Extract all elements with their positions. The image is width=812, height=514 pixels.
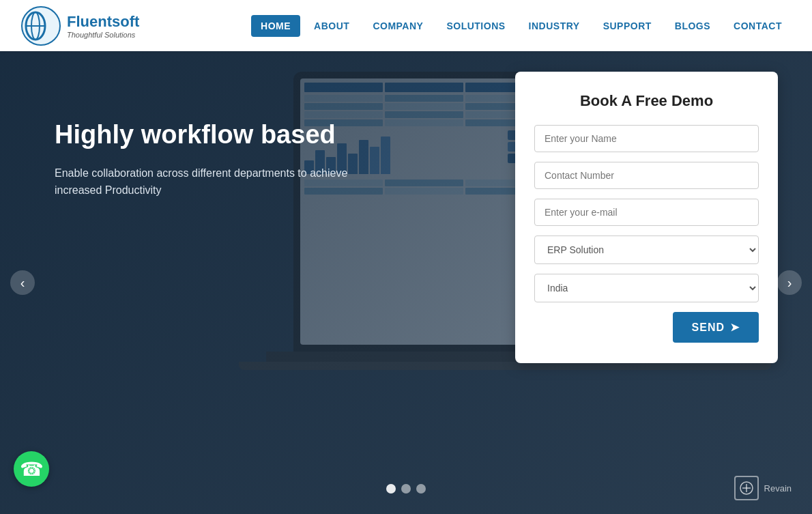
- carousel-next-button[interactable]: ›: [777, 270, 802, 295]
- revain-label: Revain: [764, 483, 792, 494]
- solution-select[interactable]: ERP Solution CRM Solution HRM Solution S…: [534, 235, 759, 264]
- logo[interactable]: Fluentsoft Thoughtful Solutions: [20, 5, 139, 46]
- nav-item-industry[interactable]: INDUSTRY: [519, 15, 590, 37]
- nav-item-contact[interactable]: CONTACT: [724, 15, 792, 37]
- header: Fluentsoft Thoughtful Solutions HOMEABOU…: [0, 0, 812, 51]
- carousel-dot-2[interactable]: [401, 484, 411, 494]
- revain-icon: [734, 476, 759, 500]
- logo-icon: [20, 5, 61, 46]
- brand-tagline: Thoughtful Solutions: [67, 31, 139, 39]
- name-input[interactable]: [534, 125, 759, 152]
- send-button[interactable]: SEND ➤: [673, 312, 759, 343]
- nav-item-solutions[interactable]: SOLUTIONS: [437, 15, 514, 37]
- hero-section: Highly workflow based Enable collaborati…: [0, 51, 812, 514]
- brand-name: Fluentsoft: [67, 13, 139, 31]
- hero-text-block: Highly workflow based Enable collaborati…: [55, 119, 396, 199]
- send-icon: ➤: [730, 321, 740, 334]
- whatsapp-icon: ☎: [20, 458, 44, 481]
- nav-item-support[interactable]: SUPPORT: [594, 15, 661, 37]
- contact-input[interactable]: [534, 162, 759, 189]
- revain-badge: Revain: [734, 476, 792, 500]
- carousel-dot-3[interactable]: [416, 484, 426, 494]
- email-input[interactable]: [534, 199, 759, 226]
- carousel-dot-1[interactable]: [386, 484, 396, 494]
- hero-title: Highly workflow based: [55, 119, 396, 151]
- nav-item-home[interactable]: HOME: [251, 15, 300, 37]
- hero-subtitle: Enable collaboration across different de…: [55, 165, 396, 199]
- nav-item-blogs[interactable]: BLOGS: [665, 15, 720, 37]
- nav-item-about[interactable]: ABOUT: [304, 15, 359, 37]
- main-nav: HOMEABOUTCOMPANYSOLUTIONSINDUSTRYSUPPORT…: [251, 15, 792, 37]
- logo-text: Fluentsoft Thoughtful Solutions: [67, 13, 139, 39]
- form-title: Book A Free Demo: [534, 92, 759, 110]
- send-label: SEND: [692, 322, 725, 334]
- demo-form-card: Book A Free Demo ERP Solution CRM Soluti…: [515, 72, 778, 363]
- carousel-dots: [386, 484, 426, 494]
- whatsapp-button[interactable]: ☎: [14, 451, 49, 487]
- nav-item-company[interactable]: COMPANY: [363, 15, 433, 37]
- country-select[interactable]: India USA UK Australia Canada: [534, 274, 759, 302]
- carousel-prev-button[interactable]: ‹: [10, 270, 35, 295]
